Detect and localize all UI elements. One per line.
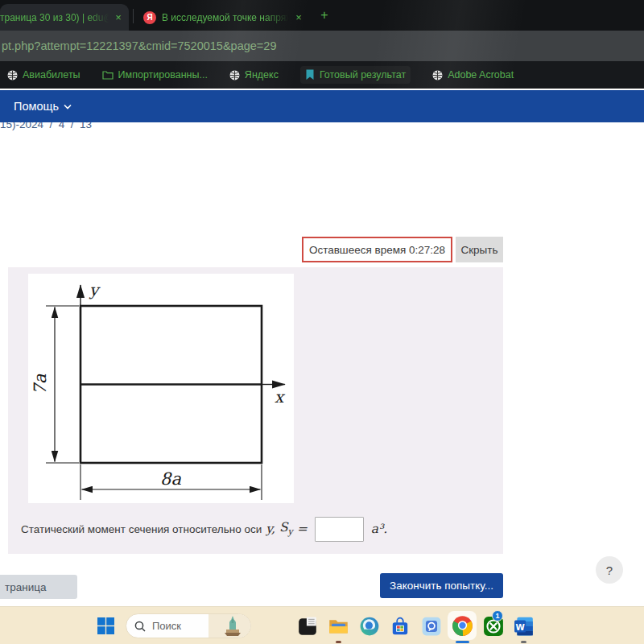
chrome-running-indicator — [456, 641, 469, 643]
finish-attempt-button[interactable]: Закончить попытку... — [380, 573, 503, 598]
new-tab-button[interactable]: + — [316, 6, 333, 24]
quiz-timer-text: Оставшееся время 0:27:28 — [309, 244, 445, 256]
word-running-indicator — [521, 641, 526, 643]
close-icon[interactable]: × — [291, 10, 306, 25]
search-icon — [134, 621, 146, 632]
previous-page-button[interactable]: траница — [0, 575, 77, 599]
folder-icon — [102, 70, 114, 80]
globe-icon — [229, 70, 240, 80]
globe-icon — [432, 70, 443, 80]
globe-icon — [7, 70, 18, 80]
chevron-down-icon — [64, 104, 72, 109]
help-menu-label: Помощь — [14, 100, 59, 113]
store-icon[interactable] — [387, 613, 412, 638]
bookmark-label: Готовый результат — [320, 69, 406, 80]
answer-input[interactable] — [315, 517, 364, 542]
question-var-y: y, — [266, 522, 275, 536]
tab-divider — [133, 9, 134, 23]
help-menu[interactable]: Помощь — [14, 100, 72, 113]
url-text[interactable]: pt.php?attempt=12221397&cmid=7520015&pag… — [2, 39, 276, 52]
bookmarks-bar: Авиабилеты Импортированны... Яндекс Гото… — [0, 61, 644, 89]
question-symbol: Sy — [279, 520, 293, 537]
help-app-icon[interactable] — [419, 613, 444, 638]
question-text: Статический момент сечения относительно … — [21, 523, 262, 535]
start-button[interactable] — [93, 613, 118, 638]
bookmark-acrobat[interactable]: Adobe Acrobat — [432, 69, 514, 80]
question-line: Статический момент сечения относительно … — [21, 514, 387, 544]
notes-app-icon[interactable] — [295, 613, 320, 638]
tab-bar: траница 30 из 30) | edu@ × Я В исследуем… — [0, 0, 644, 31]
tab-yandex-search[interactable]: Я В исследуемой точке напряж × — [137, 4, 309, 31]
hide-timer-button[interactable]: Скрыть — [456, 237, 503, 262]
windows-logo-icon — [97, 617, 114, 634]
question-panel: y x 7a 8a Статический момент сечения отн… — [8, 267, 503, 554]
taskbar: Поиск — [0, 606, 644, 644]
x-axis-label: x — [275, 387, 286, 407]
quiz-timer: Оставшееся время 0:27:28 — [302, 237, 452, 262]
xbox-notification-badge: 1 — [492, 610, 503, 621]
search-highlight-image — [208, 614, 250, 638]
breadcrumb-text[interactable]: 15)-2024 / 4 / 13 — [0, 122, 92, 130]
y-axis-label: y — [89, 280, 101, 299]
site-navbar: Помощь — [0, 90, 644, 122]
bookmark-flag-icon — [305, 69, 315, 80]
search-placeholder: Поиск — [152, 620, 208, 632]
breadcrumb[interactable]: 15)-2024 / 4 / 13 — [0, 122, 92, 134]
bookmark-imported[interactable]: Импортированны... — [102, 69, 208, 80]
word-icon[interactable]: W — [511, 613, 536, 638]
width-dimension-label: 8a — [160, 469, 181, 489]
tab-quiz-page[interactable]: траница 30 из 30) | edu@ × — [0, 4, 129, 31]
bookmark-yandex[interactable]: Яндекс — [229, 69, 279, 80]
bookmark-result[interactable]: Готовый результат — [300, 66, 411, 84]
tab-title: В исследуемой точке напряж — [162, 12, 291, 23]
yandex-favicon-icon: Я — [143, 11, 156, 24]
file-explorer-icon[interactable] — [326, 613, 351, 638]
bookmark-aviabilety[interactable]: Авиабилеты — [7, 69, 80, 80]
bookmark-label: Adobe Acrobat — [448, 69, 514, 80]
equals-sign: = — [297, 522, 308, 536]
address-bar[interactable]: pt.php?attempt=12221397&cmid=7520015&pag… — [0, 31, 644, 61]
tab-title: траница 30 из 30) | edu@ — [0, 12, 111, 23]
help-fab-button[interactable]: ? — [596, 556, 623, 584]
edge-icon[interactable] — [357, 613, 382, 638]
file-explorer-running-indicator — [336, 641, 341, 643]
bookmark-label: Авиабилеты — [23, 69, 80, 80]
question-unit: a³. — [371, 522, 387, 536]
svg-text:W: W — [515, 621, 525, 631]
bookmark-label: Яндекс — [245, 69, 279, 80]
browser-chrome: траница 30 из 30) | edu@ × Я В исследуем… — [0, 0, 644, 89]
height-dimension-label: 7a — [31, 374, 50, 394]
bookmark-label: Импортированны... — [118, 69, 208, 80]
close-icon[interactable]: × — [111, 10, 126, 25]
chrome-icon[interactable] — [448, 611, 477, 640]
taskbar-search[interactable]: Поиск — [126, 613, 251, 638]
section-figure: y x 7a 8a — [28, 274, 294, 503]
